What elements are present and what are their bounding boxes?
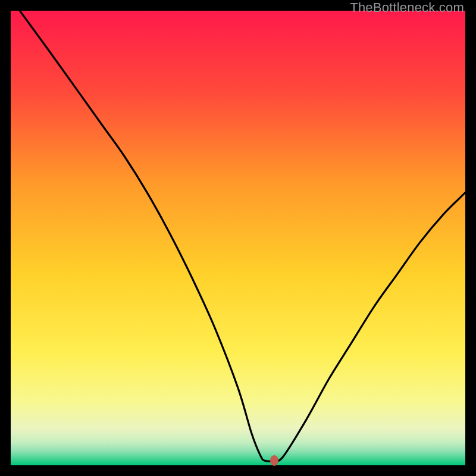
bottleneck-plot [11,11,465,465]
gradient-background [11,11,465,465]
watermark-text: TheBottleneck.com [350,0,464,15]
chart-frame [11,11,465,465]
